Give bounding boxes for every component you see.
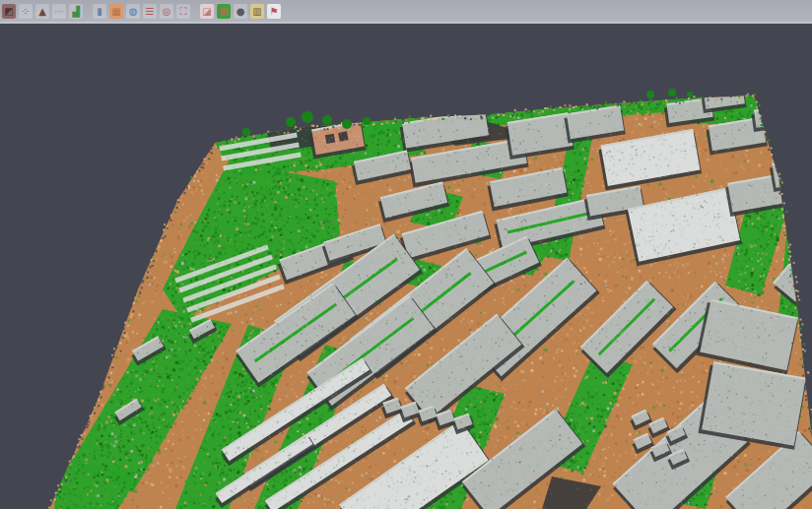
viewport-3d [0,24,812,509]
globe-icon[interactable]: ◍ [126,4,140,19]
sparse-points-icon[interactable]: ⋯ [52,4,66,19]
layer-list-icon[interactable]: ☰ [143,4,157,19]
point-cloud-3d-canvas[interactable] [0,24,812,509]
registration-points-icon[interactable]: ⁘ [19,4,33,19]
clip-box-icon[interactable]: ◪ [200,4,214,19]
terrain-icon[interactable]: ▲ [35,4,49,19]
application-window: ◩⁘▲⋯▟▮▦◍☰◎⛶◪▩●▥⚑ [0,0,812,509]
ortho-image-icon[interactable]: ▦ [109,4,123,19]
profile-icon[interactable]: ▮ [93,4,106,19]
zoom-extents-icon[interactable]: ⛶ [176,4,190,19]
classification-raster-icon[interactable]: ▩ [217,4,231,19]
measure-grid-icon[interactable]: ▥ [250,4,264,19]
dem-hill-icon[interactable]: ▟ [69,4,83,19]
main-toolbar: ◩⁘▲⋯▟▮▦◍☰◎⛶◪▩●▥⚑ [0,0,812,22]
render-sphere-icon[interactable]: ● [234,4,247,19]
flag-icon[interactable]: ⚑ [267,4,281,19]
open-project-icon[interactable]: ◩ [2,4,16,19]
settings-ring-icon[interactable]: ◎ [160,4,173,19]
